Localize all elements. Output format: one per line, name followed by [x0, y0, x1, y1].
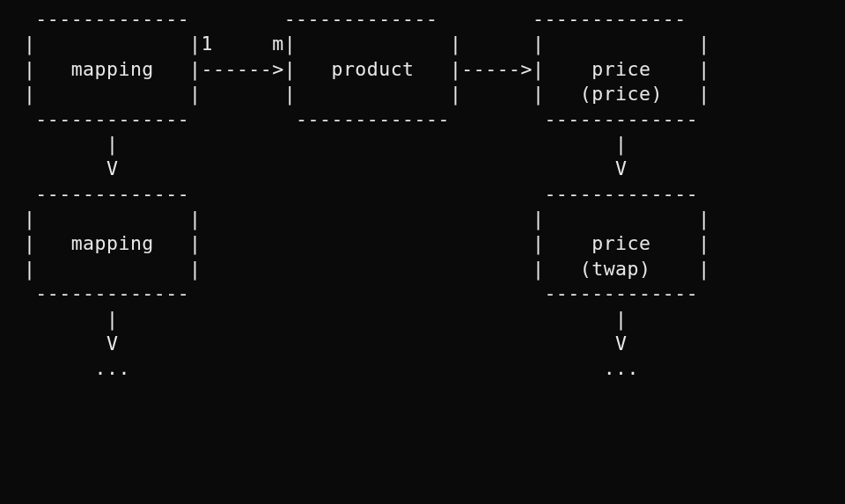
- diagram-line: ------------- ------------- ------------…: [0, 108, 698, 130]
- diagram-line: V V: [0, 157, 628, 179]
- diagram-line: | |: [0, 133, 628, 155]
- diagram-line: ------------- -------------: [0, 183, 698, 205]
- diagram-line: ------------- -------------: [0, 282, 698, 304]
- diagram-line: | | | |: [0, 208, 710, 230]
- diagram-line: | | | | | (price) |: [0, 83, 710, 105]
- diagram-line: | |: [0, 308, 628, 330]
- diagram-line: V V: [0, 332, 628, 354]
- diagram-line: | mapping | | price |: [0, 232, 710, 254]
- diagram-line: | |1 m| | | |: [0, 33, 710, 55]
- diagram-line: ------------- ------------- ------------…: [0, 8, 687, 30]
- ascii-diagram: ------------- ------------- ------------…: [0, 0, 845, 382]
- diagram-line: ... ...: [0, 357, 639, 379]
- diagram-line: | | | (twap) |: [0, 258, 710, 280]
- diagram-line: | mapping |------>| product |----->| pri…: [0, 58, 710, 80]
